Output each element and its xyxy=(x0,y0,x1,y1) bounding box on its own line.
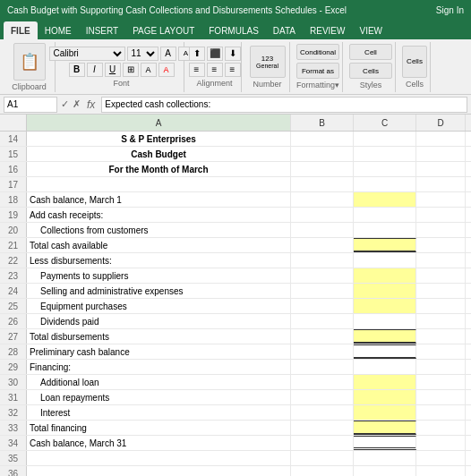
tab-page-layout[interactable]: PAGE LAYOUT xyxy=(125,21,201,39)
cell-c33[interactable] xyxy=(354,421,416,435)
cell-c32[interactable] xyxy=(354,405,416,420)
cell-e29[interactable] xyxy=(466,360,471,374)
cell-e25[interactable] xyxy=(466,299,471,313)
cell-e20[interactable] xyxy=(466,223,471,237)
cell-b20[interactable] xyxy=(291,223,354,237)
align-center-button[interactable]: ≡ xyxy=(207,63,223,77)
cell-c15[interactable] xyxy=(354,147,416,161)
cell-e33[interactable] xyxy=(466,421,471,435)
cell-d22[interactable] xyxy=(416,253,466,268)
cell-a18[interactable]: Cash balance, March 1 xyxy=(27,192,291,207)
cell-a34[interactable]: Cash balance, March 31 xyxy=(27,436,291,450)
tab-data[interactable]: DATA xyxy=(266,21,303,39)
cell-c24[interactable] xyxy=(354,284,416,298)
cell-d17[interactable] xyxy=(416,177,466,191)
tab-home[interactable]: HOME xyxy=(38,21,79,39)
border-button[interactable]: ⊞ xyxy=(123,63,139,77)
cell-c22[interactable] xyxy=(354,253,416,268)
cell-c21[interactable] xyxy=(354,238,416,252)
tab-formulas[interactable]: FORMULAS xyxy=(201,21,266,39)
cell-a28[interactable]: Preliminary cash balance xyxy=(27,344,291,359)
cell-a15[interactable]: Cash Budget xyxy=(27,147,291,161)
cell-c31[interactable] xyxy=(354,390,416,404)
cell-e23[interactable] xyxy=(466,268,471,283)
cell-b19[interactable] xyxy=(291,208,354,222)
cell-c19[interactable] xyxy=(354,208,416,222)
sign-in[interactable]: Sign In xyxy=(436,5,464,15)
cell-a21[interactable]: Total cash available xyxy=(27,238,291,252)
cell-a20[interactable]: Collections from customers xyxy=(27,223,291,237)
cell-c30[interactable] xyxy=(354,375,416,389)
cell-a24[interactable]: Selling and administrative expenses xyxy=(27,284,291,298)
underline-button[interactable]: U xyxy=(105,63,121,77)
cell-b25[interactable] xyxy=(291,299,354,313)
cell-b26[interactable] xyxy=(291,314,354,328)
cell-a16[interactable]: For the Month of March xyxy=(27,162,291,176)
cell-b24[interactable] xyxy=(291,284,354,298)
cell-c18[interactable] xyxy=(354,192,416,207)
cell-d25[interactable] xyxy=(416,299,466,313)
col-header-a[interactable]: A xyxy=(27,115,291,131)
cell-b18[interactable] xyxy=(291,192,354,207)
italic-button[interactable]: I xyxy=(87,63,103,77)
cell-b23[interactable] xyxy=(291,268,354,283)
cell-c36[interactable] xyxy=(354,466,416,476)
cell-b16[interactable] xyxy=(291,162,354,176)
cell-e14[interactable] xyxy=(466,132,471,146)
cell-styles-button[interactable]: Cell xyxy=(349,44,392,60)
cell-a35[interactable] xyxy=(27,451,291,465)
cell-c35[interactable] xyxy=(354,451,416,465)
col-header-c[interactable]: C xyxy=(354,115,416,131)
cell-a25[interactable]: Equipment purchases xyxy=(27,299,291,313)
cell-b27[interactable] xyxy=(291,329,354,344)
cell-e34[interactable] xyxy=(466,436,471,450)
cell-e18[interactable] xyxy=(466,192,471,207)
cell-d29[interactable] xyxy=(416,360,466,374)
cell-b35[interactable] xyxy=(291,451,354,465)
cell-c17[interactable] xyxy=(354,177,416,191)
formula-cancel[interactable]: ✗ xyxy=(73,98,81,110)
cell-d27[interactable] xyxy=(416,329,466,344)
cell-e21[interactable] xyxy=(466,238,471,252)
cell-b36[interactable] xyxy=(291,466,354,476)
cell-b32[interactable] xyxy=(291,405,354,420)
cell-a26[interactable]: Dividends paid xyxy=(27,314,291,328)
cell-button[interactable]: Cells xyxy=(349,63,392,79)
cell-c14[interactable] xyxy=(354,132,416,146)
align-middle-button[interactable]: ⬛ xyxy=(207,47,223,61)
cell-e32[interactable] xyxy=(466,405,471,420)
col-header-e[interactable]: E xyxy=(466,115,471,131)
cell-d34[interactable] xyxy=(416,436,466,450)
cell-a32[interactable]: Interest xyxy=(27,405,291,420)
cell-b28[interactable] xyxy=(291,344,354,359)
cell-e17[interactable] xyxy=(466,177,471,191)
cell-a19[interactable]: Add cash receipts: xyxy=(27,208,291,222)
cell-c34[interactable] xyxy=(354,436,416,450)
align-left-button[interactable]: ≡ xyxy=(189,63,205,77)
cell-d35[interactable] xyxy=(416,451,466,465)
cell-d32[interactable] xyxy=(416,405,466,420)
cell-d16[interactable] xyxy=(416,162,466,176)
cell-e22[interactable] xyxy=(466,253,471,268)
cell-c23[interactable] xyxy=(354,268,416,283)
tab-insert[interactable]: INSERT xyxy=(79,21,126,39)
font-size-select[interactable]: 11 xyxy=(127,47,158,61)
tab-view[interactable]: VIEW xyxy=(352,21,390,39)
cell-e31[interactable] xyxy=(466,390,471,404)
cell-c28[interactable] xyxy=(354,344,416,359)
formula-input[interactable]: Expected cash collections: xyxy=(101,97,467,113)
cell-e26[interactable] xyxy=(466,314,471,328)
cell-b29[interactable] xyxy=(291,360,354,374)
cell-e15[interactable] xyxy=(466,147,471,161)
cell-b33[interactable] xyxy=(291,421,354,435)
cell-a27[interactable]: Total disbursements xyxy=(27,329,291,344)
font-name-select[interactable]: Calibri xyxy=(49,47,125,61)
cell-b34[interactable] xyxy=(291,436,354,450)
cell-a22[interactable]: Less disbursements: xyxy=(27,253,291,268)
cell-d14[interactable] xyxy=(416,132,466,146)
cell-b30[interactable] xyxy=(291,375,354,389)
cell-b22[interactable] xyxy=(291,253,354,268)
cell-c25[interactable] xyxy=(354,299,416,313)
formula-checkmark[interactable]: ✓ xyxy=(61,98,69,110)
fill-color-button[interactable]: A xyxy=(141,63,157,77)
